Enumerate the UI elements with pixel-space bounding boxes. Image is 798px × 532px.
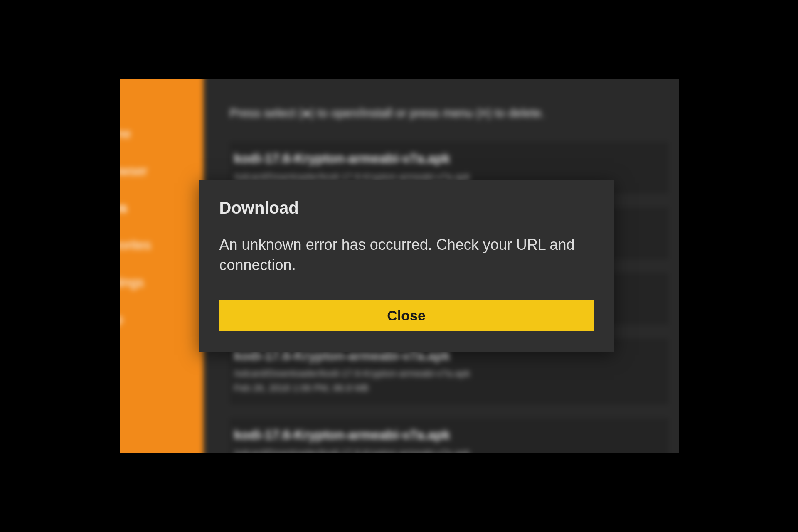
close-button[interactable]: Close [219,300,594,331]
error-dialog: Download An unknown error has occurred. … [199,180,614,352]
dialog-message: An unknown error has occurred. Check you… [219,235,594,275]
outer-frame: me owser es vorites ttings lp Press sele… [0,0,798,532]
dialog-title: Download [219,199,594,217]
app-viewport: me owser es vorites ttings lp Press sele… [120,79,679,453]
dialog-overlay: Download An unknown error has occurred. … [120,79,679,453]
